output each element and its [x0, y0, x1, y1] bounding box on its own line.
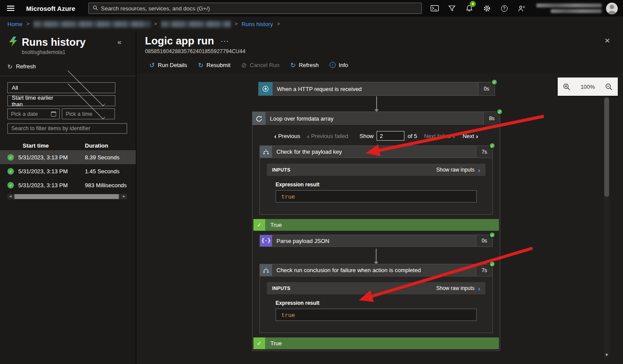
breadcrumb-separator: >: [277, 21, 280, 27]
resubmit-button[interactable]: ↻ Resubmit: [198, 62, 231, 68]
for-each-header[interactable]: Loop over formdata array 8s ✓: [253, 112, 500, 125]
success-icon: ✓: [489, 261, 495, 267]
chevron-right-icon: ›: [476, 132, 478, 140]
account-email-redacted: [536, 3, 602, 7]
scroll-down-icon[interactable]: ▼: [604, 353, 610, 357]
notifications-icon[interactable]: 9: [461, 0, 478, 17]
true-branch-bar[interactable]: ✓ True: [253, 337, 499, 349]
top-bar-actions: 9 ?: [426, 0, 530, 17]
expression-result-value[interactable]: true: [276, 190, 477, 202]
success-icon: ✓: [491, 79, 498, 85]
true-branch-bar[interactable]: ✓ True: [253, 219, 499, 231]
condition-card-check-run-conclusion[interactable]: Check run conclusion for failure when ac…: [259, 264, 493, 333]
next-button[interactable]: Next ›: [462, 132, 480, 140]
logic-app-name: bsoltisghademola1: [22, 49, 136, 55]
account-tenant-redacted: [551, 9, 602, 13]
show-label: Show: [360, 133, 374, 139]
chevron-left-icon: ‹: [307, 132, 309, 140]
cloud-shell-icon[interactable]: [426, 0, 443, 17]
info-button[interactable]: i Info: [330, 62, 348, 68]
http-request-icon: [259, 82, 273, 95]
panel-title: Runs history: [22, 36, 118, 48]
pick-date-input[interactable]: [11, 111, 51, 117]
global-search[interactable]: [88, 3, 422, 14]
connector-arrow: [376, 96, 377, 109]
previous-failed-button[interactable]: ‹ Previous failed: [305, 132, 348, 140]
breadcrumb-item-redacted[interactable]: [34, 21, 150, 27]
cancel-run-button: ⊘ Cancel Run: [241, 62, 280, 68]
connector-arrow: [376, 249, 377, 262]
success-icon: ✓: [7, 182, 14, 189]
success-check-icon: ✓: [253, 337, 265, 349]
runs-table-header: Start time Duration: [0, 141, 136, 150]
breadcrumb-runs-history[interactable]: Runs history: [242, 21, 273, 27]
refresh-icon: ↻: [290, 62, 296, 68]
breadcrumb-separator: >: [27, 21, 30, 27]
refresh-run-button[interactable]: ↻ Refresh: [290, 62, 319, 68]
success-check-icon: ✓: [253, 219, 265, 231]
history-icon: ↺: [149, 62, 155, 68]
breadcrumb-separator: >: [235, 21, 238, 27]
breadcrumb: Home > > > Runs history >: [0, 17, 623, 31]
help-icon[interactable]: ?: [495, 0, 513, 17]
close-icon[interactable]: ×: [605, 36, 610, 45]
expression-result-value[interactable]: true: [276, 309, 477, 321]
breadcrumb-home[interactable]: Home: [7, 21, 23, 27]
more-menu-icon[interactable]: ···: [221, 38, 229, 44]
table-row[interactable]: ✓ 5/31/2023, 3:13 PM 983 Milliseconds: [0, 178, 136, 192]
vertical-scrollbar[interactable]: ▼: [604, 93, 610, 358]
designer-canvas[interactable]: When a HTTP request is received 0s ✓ Loo…: [137, 73, 623, 364]
hamburger-menu-icon[interactable]: [0, 0, 21, 17]
zoom-control: 100%: [558, 78, 618, 96]
collapse-panel-button[interactable]: «: [118, 38, 121, 47]
condition-icon: [260, 146, 272, 158]
directory-filter-icon[interactable]: [443, 0, 461, 17]
refresh-icon: ↻: [7, 64, 13, 70]
scroll-left-icon[interactable]: ◀: [7, 194, 13, 199]
zoom-out-icon[interactable]: [605, 83, 613, 91]
run-details-button[interactable]: ↺ Run Details: [149, 62, 187, 68]
horizontal-scrollbar[interactable]: ◀ ▶: [7, 193, 127, 199]
column-duration[interactable]: Duration: [85, 142, 108, 149]
trigger-card-http-request[interactable]: When a HTTP request is received 0s ✓: [258, 82, 495, 96]
scrollbar-thumb[interactable]: [604, 98, 609, 197]
feedback-icon[interactable]: [513, 0, 530, 17]
condition-card-check-payload-key[interactable]: Check for the payload key 7s ✓ INPUTS Sh…: [259, 145, 493, 215]
chevron-right-icon: ›: [452, 132, 455, 140]
show-raw-inputs-link[interactable]: Show raw inputs ›: [436, 166, 480, 174]
breadcrumb-item-redacted[interactable]: [161, 21, 231, 27]
success-icon: ✓: [7, 154, 14, 161]
pick-time-input[interactable]: [62, 108, 115, 119]
logic-app-icon: [7, 36, 19, 48]
for-each-icon: [253, 112, 266, 125]
for-each-scope[interactable]: Loop over formdata array 8s ✓ ‹ Previous…: [252, 111, 500, 351]
previous-button[interactable]: ‹ Previous: [273, 132, 300, 140]
filter-search-input[interactable]: [7, 123, 127, 134]
account-info-redacted[interactable]: [536, 3, 602, 13]
azure-brand[interactable]: Microsoft Azure: [26, 5, 75, 12]
page-number-input[interactable]: [377, 131, 404, 141]
parse-json-icon: {·}: [260, 235, 272, 246]
scroll-right-icon[interactable]: ▶: [121, 194, 127, 199]
loop-pagination: ‹ Previous ‹ Previous failed Show of 5 N…: [253, 130, 500, 142]
scrollbar-thumb[interactable]: [14, 194, 119, 199]
global-search-input[interactable]: [101, 5, 418, 12]
refresh-runs-button[interactable]: ↻ Refresh: [7, 63, 36, 70]
expression-result-label: Expression result: [276, 300, 477, 306]
run-identifier: 08585160428835762401855927794CU44: [145, 48, 623, 54]
column-start-time[interactable]: Start time: [23, 142, 85, 149]
table-row[interactable]: ✓ 5/31/2023, 3:13 PM 1.45 Seconds: [0, 164, 136, 178]
show-raw-inputs-link[interactable]: Show raw inputs ›: [436, 285, 480, 292]
table-row[interactable]: ✓ 5/31/2023, 3:13 PM 8.39 Seconds: [0, 150, 136, 164]
avatar[interactable]: [606, 3, 618, 14]
notification-badge: 9: [470, 1, 476, 7]
calendar-icon[interactable]: [51, 111, 56, 117]
page-title: Logic app run: [145, 35, 214, 47]
settings-gear-icon[interactable]: [478, 0, 495, 17]
zoom-in-icon[interactable]: [563, 83, 570, 91]
status-filter-dropdown[interactable]: All: [7, 82, 115, 93]
pick-date-field[interactable]: [7, 108, 60, 119]
parse-json-card[interactable]: {·} Parse payload JSON 0s ✓: [259, 235, 493, 247]
cancel-icon: ⊘: [241, 62, 247, 68]
next-failed-button[interactable]: Next failed ›: [424, 132, 456, 140]
